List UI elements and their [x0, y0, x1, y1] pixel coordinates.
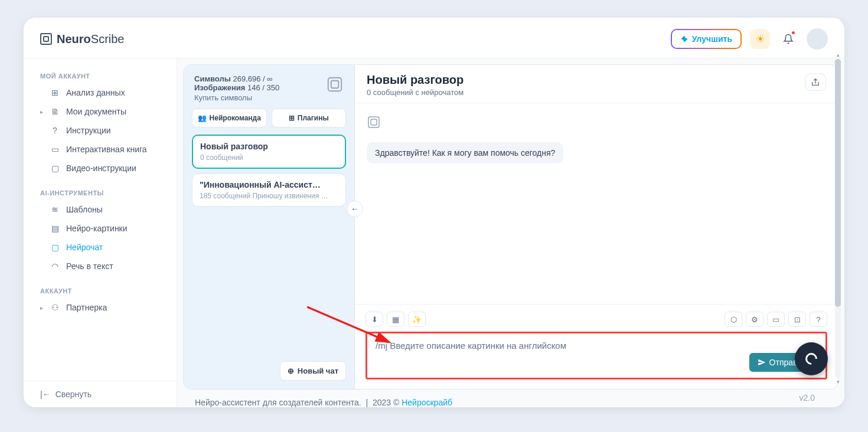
avatar[interactable] [807, 28, 828, 50]
buy-symbols-link[interactable]: Купить символы [194, 93, 252, 102]
new-chat-label: Новый чат [298, 366, 338, 375]
chat-bubble-icon [803, 351, 820, 367]
conversation-title: Новый разговор [200, 142, 338, 151]
theme-toggle[interactable]: ☀ [750, 29, 770, 49]
sidebar-item-label: Инструкции [66, 126, 111, 135]
sidebar-item-templates[interactable]: ≋ Шаблоны [24, 200, 177, 219]
conversation-subtitle: 0 сообщений [200, 153, 338, 162]
top-right-controls: Улучшить ☀ [671, 28, 828, 50]
new-chat-button[interactable]: ⊕ Новый чат [280, 361, 346, 381]
sidebar-item-video[interactable]: ▢ Видео-инструкции [24, 159, 177, 178]
sidebar-item-instructions[interactable]: ? Инструкции [24, 121, 177, 140]
puzzle-button[interactable]: ⬡ [725, 312, 742, 327]
main-area: Символы 269,696 / ∞ Изображения 146 / 35… [177, 58, 844, 407]
sidebar-item-analytics[interactable]: ⊞ Анализ данных [24, 83, 177, 102]
greeting-message: Здравствуйте! Как я могу вам помочь сего… [367, 142, 563, 163]
scroll-up-icon: ▴ [835, 52, 841, 58]
improve-button[interactable]: Улучшить [671, 29, 742, 49]
logo[interactable]: NeuroScribe [40, 32, 125, 46]
sidebar-item-label: Речь в текст [66, 261, 113, 271]
help-chat-bubble[interactable] [795, 342, 828, 375]
users-icon: ⚇ [50, 303, 60, 312]
help-button[interactable]: ? [810, 312, 827, 327]
download-icon: ⬇ [371, 315, 378, 324]
sidebar-item-neurochat[interactable]: ▢ Нейрочат [24, 238, 177, 257]
conversation-item[interactable]: "Инновационный AI-ассист… 185 сообщений … [192, 174, 346, 207]
headphones-icon: ◠ [50, 261, 60, 271]
share-icon [811, 77, 820, 87]
tab-label: Плагины [298, 114, 329, 122]
notifications-button[interactable] [778, 29, 798, 49]
symbols-stat: Символы 269,696 / ∞ [194, 74, 344, 83]
footer-brand-link[interactable]: Нейроскрайб [402, 398, 452, 407]
bot-icon [367, 115, 384, 133]
svg-rect-3 [371, 119, 377, 125]
conversations-panel: Символы 269,696 / ∞ Изображения 146 / 35… [184, 65, 355, 389]
sidebar-item-label: Анализ данных [66, 88, 125, 97]
footer-text: Нейро-ассистент для создателей контента. [195, 398, 361, 407]
collapse-icon: |← [40, 390, 51, 399]
topbar: NeuroScribe Улучшить ☀ [24, 18, 844, 58]
image-icon: ▦ [392, 315, 399, 324]
conversation-list: Новый разговор 0 сообщений "Инновационны… [184, 135, 354, 353]
book-icon: ▭ [50, 145, 60, 154]
chat-subtitle: 0 сообщений с нейрочатом [367, 88, 464, 97]
prompt-placeholder: /mj Введите описание картинки на английс… [376, 341, 817, 351]
robot-button[interactable]: ⊡ [788, 312, 806, 327]
download-button[interactable]: ⬇ [366, 312, 383, 327]
sidebar-collapse[interactable]: |← Свернуть [24, 381, 177, 407]
card-button[interactable]: ▭ [767, 312, 785, 327]
settings-button[interactable]: ⚙ [746, 312, 763, 327]
plugins-icon: ⊞ [289, 114, 295, 122]
improve-label: Улучшить [692, 34, 732, 44]
sidebar-item-label: Шаблоны [66, 205, 103, 214]
sidebar-item-documents[interactable]: ▸🗎 Мои документы [24, 102, 177, 121]
brain-icon [326, 76, 344, 93]
image-button[interactable]: ▦ [387, 312, 404, 327]
svg-rect-0 [328, 78, 342, 91]
sidebar-item-label: Мои документы [66, 107, 126, 116]
document-icon: 🗎 [50, 107, 60, 116]
tab-plugins[interactable]: ⊞ Плагины [272, 109, 347, 127]
robot-icon: ⊡ [794, 315, 801, 324]
team-icon: 👥 [198, 114, 207, 122]
scrollbar[interactable]: ▴ ▾ [835, 59, 841, 378]
share-button[interactable] [805, 73, 826, 91]
panel-collapse-handle[interactable]: ← [347, 201, 363, 217]
conversation-title: "Инновационный AI-ассист… [200, 180, 338, 189]
sidebar-item-label: Нейрочат [66, 243, 103, 252]
footer-year: 2023 © [373, 398, 399, 407]
bell-icon [783, 34, 794, 44]
scrollbar-thumb[interactable] [835, 59, 841, 307]
card-icon: ▭ [772, 315, 779, 324]
logo-icon [40, 33, 52, 45]
panel-tabs: 👥 Нейрокоманда ⊞ Плагины [184, 109, 354, 135]
sidebar-section-tools: AI-ИНСТРУМЕНТЫ [24, 186, 177, 200]
video-icon: ▢ [50, 163, 60, 173]
sidebar-section-account: МОЙ АККАУНТ [24, 69, 177, 83]
collapse-label: Свернуть [56, 390, 92, 399]
sidebar-item-book[interactable]: ▭ Интерактивная книга [24, 140, 177, 159]
magic-button[interactable]: ✨ [408, 312, 426, 327]
conversation-subtitle: 185 сообщений Приношу извинения … [200, 192, 338, 200]
sidebar-item-speech[interactable]: ◠ Речь в текст [24, 257, 177, 276]
tab-team[interactable]: 👥 Нейрокоманда [192, 109, 267, 127]
chat-panel: ← Новый разговор 0 сообщений с нейрочато… [355, 65, 838, 389]
sun-icon: ☀ [756, 33, 765, 45]
usage-stats: Символы 269,696 / ∞ Изображения 146 / 35… [184, 65, 354, 109]
sidebar-item-partner[interactable]: ▸⚇ Партнерка [24, 298, 177, 317]
arrow-left-icon: ← [351, 204, 359, 214]
footer: Нейро-ассистент для создателей контента.… [183, 390, 838, 407]
layers-icon: ≋ [50, 205, 60, 214]
prompt-input-highlighted[interactable]: /mj Введите описание картинки на английс… [366, 332, 827, 379]
sidebar-item-label: Партнерка [66, 303, 107, 312]
svg-rect-1 [331, 81, 339, 89]
chat-header: Новый разговор 0 сообщений с нейрочатом [355, 65, 838, 103]
sidebar-section-user: АККАУНТ [24, 284, 177, 298]
right-tools: ⬡ ⚙ ▭ ⊡ ? [725, 312, 827, 327]
question-icon: ? [816, 315, 820, 324]
sidebar-item-images[interactable]: ▤ Нейро-картинки [24, 219, 177, 238]
sidebar-item-label: Нейро-картинки [66, 224, 128, 233]
conversation-item[interactable]: Новый разговор 0 сообщений [192, 135, 346, 169]
svg-rect-2 [368, 117, 379, 127]
